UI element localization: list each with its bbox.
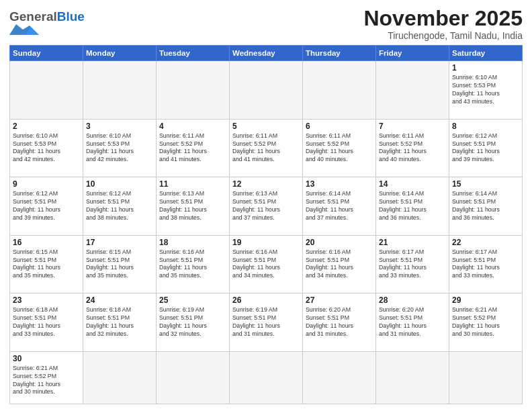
day-info: Sunrise: 6:15 AM Sunset: 5:51 PM Dayligh… bbox=[86, 248, 153, 281]
day-info: Sunrise: 6:16 AM Sunset: 5:51 PM Dayligh… bbox=[159, 248, 226, 281]
calendar-cell: 15Sunrise: 6:14 AM Sunset: 5:51 PM Dayli… bbox=[449, 177, 523, 236]
logo-general-text: General bbox=[9, 9, 57, 24]
calendar-cell: 30Sunrise: 6:21 AM Sunset: 5:52 PM Dayli… bbox=[10, 351, 83, 404]
day-info: Sunrise: 6:11 AM Sunset: 5:52 PM Dayligh… bbox=[306, 132, 373, 165]
calendar-cell: 21Sunrise: 6:17 AM Sunset: 5:51 PM Dayli… bbox=[376, 235, 449, 293]
calendar-cell bbox=[303, 351, 376, 404]
calendar-cell: 13Sunrise: 6:14 AM Sunset: 5:51 PM Dayli… bbox=[303, 177, 376, 236]
day-info: Sunrise: 6:12 AM Sunset: 5:51 PM Dayligh… bbox=[86, 190, 153, 222]
day-number: 17 bbox=[86, 238, 153, 247]
calendar-cell: 7Sunrise: 6:11 AM Sunset: 5:52 PM Daylig… bbox=[376, 119, 449, 177]
day-number: 20 bbox=[306, 238, 373, 247]
calendar-cell: 28Sunrise: 6:20 AM Sunset: 5:51 PM Dayli… bbox=[376, 293, 449, 352]
calendar-cell: 2Sunrise: 6:10 AM Sunset: 5:53 PM Daylig… bbox=[10, 119, 83, 177]
day-info: Sunrise: 6:10 AM Sunset: 5:53 PM Dayligh… bbox=[86, 132, 153, 165]
calendar-cell: 22Sunrise: 6:17 AM Sunset: 5:51 PM Dayli… bbox=[449, 235, 523, 293]
day-number: 13 bbox=[306, 179, 373, 189]
calendar-cell bbox=[303, 61, 376, 120]
calendar-cell: 19Sunrise: 6:16 AM Sunset: 5:51 PM Dayli… bbox=[230, 235, 303, 293]
calendar-header-saturday: Saturday bbox=[449, 46, 523, 61]
calendar-cell bbox=[449, 351, 523, 404]
day-info: Sunrise: 6:20 AM Sunset: 5:51 PM Dayligh… bbox=[379, 306, 446, 338]
calendar-week-row: 23Sunrise: 6:18 AM Sunset: 5:51 PM Dayli… bbox=[10, 293, 523, 352]
day-number: 12 bbox=[232, 179, 300, 189]
calendar-cell: 18Sunrise: 6:16 AM Sunset: 5:51 PM Dayli… bbox=[157, 235, 230, 293]
day-info: Sunrise: 6:19 AM Sunset: 5:51 PM Dayligh… bbox=[232, 306, 300, 338]
day-number: 18 bbox=[159, 238, 226, 247]
day-number: 23 bbox=[13, 295, 80, 305]
day-number: 3 bbox=[86, 122, 153, 131]
calendar-cell: 23Sunrise: 6:18 AM Sunset: 5:51 PM Dayli… bbox=[10, 293, 83, 352]
day-info: Sunrise: 6:12 AM Sunset: 5:51 PM Dayligh… bbox=[13, 190, 80, 222]
day-info: Sunrise: 6:15 AM Sunset: 5:51 PM Dayligh… bbox=[13, 248, 80, 281]
day-number: 4 bbox=[159, 122, 226, 131]
calendar-cell bbox=[83, 61, 157, 120]
day-number: 8 bbox=[452, 122, 519, 131]
calendar-header-row: SundayMondayTuesdayWednesdayThursdayFrid… bbox=[10, 46, 523, 61]
calendar-header-tuesday: Tuesday bbox=[157, 46, 230, 61]
day-number: 29 bbox=[452, 295, 519, 305]
day-number: 1 bbox=[452, 63, 519, 73]
calendar-cell: 14Sunrise: 6:14 AM Sunset: 5:51 PM Dayli… bbox=[376, 177, 449, 236]
calendar-cell: 9Sunrise: 6:12 AM Sunset: 5:51 PM Daylig… bbox=[10, 177, 83, 236]
calendar-cell: 6Sunrise: 6:11 AM Sunset: 5:52 PM Daylig… bbox=[303, 119, 376, 177]
calendar-cell bbox=[376, 61, 449, 120]
calendar-cell bbox=[157, 351, 230, 404]
calendar-cell bbox=[230, 61, 303, 120]
day-info: Sunrise: 6:17 AM Sunset: 5:51 PM Dayligh… bbox=[452, 248, 519, 281]
calendar-cell: 8Sunrise: 6:12 AM Sunset: 5:51 PM Daylig… bbox=[449, 119, 523, 177]
day-number: 30 bbox=[13, 354, 80, 363]
day-info: Sunrise: 6:10 AM Sunset: 5:53 PM Dayligh… bbox=[13, 132, 80, 165]
day-number: 28 bbox=[379, 295, 446, 305]
calendar-cell: 11Sunrise: 6:13 AM Sunset: 5:51 PM Dayli… bbox=[157, 177, 230, 236]
day-number: 22 bbox=[452, 238, 519, 247]
day-number: 15 bbox=[452, 179, 519, 189]
calendar-cell bbox=[157, 61, 230, 120]
day-info: Sunrise: 6:21 AM Sunset: 5:52 PM Dayligh… bbox=[13, 365, 80, 397]
calendar-cell: 3Sunrise: 6:10 AM Sunset: 5:53 PM Daylig… bbox=[83, 119, 157, 177]
day-number: 21 bbox=[379, 238, 446, 247]
logo-icon bbox=[9, 24, 39, 35]
calendar-header-wednesday: Wednesday bbox=[230, 46, 303, 61]
calendar-header-monday: Monday bbox=[83, 46, 157, 61]
day-number: 14 bbox=[379, 179, 446, 189]
day-number: 19 bbox=[232, 238, 300, 247]
calendar-cell: 26Sunrise: 6:19 AM Sunset: 5:51 PM Dayli… bbox=[230, 293, 303, 352]
calendar-header-friday: Friday bbox=[376, 46, 449, 61]
day-info: Sunrise: 6:11 AM Sunset: 5:52 PM Dayligh… bbox=[379, 132, 446, 165]
calendar-cell bbox=[83, 351, 157, 404]
day-number: 7 bbox=[379, 122, 446, 131]
calendar-cell: 27Sunrise: 6:20 AM Sunset: 5:51 PM Dayli… bbox=[303, 293, 376, 352]
calendar-week-row: 1Sunrise: 6:10 AM Sunset: 5:53 PM Daylig… bbox=[10, 61, 523, 120]
day-info: Sunrise: 6:12 AM Sunset: 5:51 PM Dayligh… bbox=[452, 132, 519, 165]
location: Tiruchengode, Tamil Nadu, India bbox=[363, 30, 523, 41]
day-info: Sunrise: 6:16 AM Sunset: 5:51 PM Dayligh… bbox=[232, 248, 300, 281]
day-number: 11 bbox=[159, 179, 226, 189]
day-number: 27 bbox=[306, 295, 373, 305]
calendar-table: SundayMondayTuesdayWednesdayThursdayFrid… bbox=[9, 45, 523, 404]
month-title: November 2025 bbox=[363, 7, 523, 30]
calendar-header-thursday: Thursday bbox=[303, 46, 376, 61]
calendar-cell: 10Sunrise: 6:12 AM Sunset: 5:51 PM Dayli… bbox=[83, 177, 157, 236]
day-info: Sunrise: 6:11 AM Sunset: 5:52 PM Dayligh… bbox=[159, 132, 226, 165]
header: General Blue November 2025 Tiruchengode,… bbox=[9, 7, 523, 41]
calendar-header-sunday: Sunday bbox=[10, 46, 83, 61]
calendar-week-row: 2Sunrise: 6:10 AM Sunset: 5:53 PM Daylig… bbox=[10, 119, 523, 177]
logo-blue-text: Blue bbox=[57, 9, 85, 24]
day-info: Sunrise: 6:17 AM Sunset: 5:51 PM Dayligh… bbox=[379, 248, 446, 281]
day-info: Sunrise: 6:18 AM Sunset: 5:51 PM Dayligh… bbox=[13, 306, 80, 338]
calendar-cell bbox=[230, 351, 303, 404]
calendar-cell: 12Sunrise: 6:13 AM Sunset: 5:51 PM Dayli… bbox=[230, 177, 303, 236]
logo: General Blue bbox=[9, 9, 85, 35]
day-info: Sunrise: 6:21 AM Sunset: 5:52 PM Dayligh… bbox=[452, 306, 519, 338]
day-info: Sunrise: 6:19 AM Sunset: 5:51 PM Dayligh… bbox=[159, 306, 226, 338]
day-number: 2 bbox=[13, 122, 80, 131]
day-number: 25 bbox=[159, 295, 226, 305]
day-number: 24 bbox=[86, 295, 153, 305]
day-info: Sunrise: 6:13 AM Sunset: 5:51 PM Dayligh… bbox=[232, 190, 300, 222]
calendar-cell: 16Sunrise: 6:15 AM Sunset: 5:51 PM Dayli… bbox=[10, 235, 83, 293]
calendar-cell bbox=[10, 61, 83, 120]
calendar-week-row: 9Sunrise: 6:12 AM Sunset: 5:51 PM Daylig… bbox=[10, 177, 523, 236]
calendar-cell: 1Sunrise: 6:10 AM Sunset: 5:53 PM Daylig… bbox=[449, 61, 523, 120]
calendar-week-row: 16Sunrise: 6:15 AM Sunset: 5:51 PM Dayli… bbox=[10, 235, 523, 293]
